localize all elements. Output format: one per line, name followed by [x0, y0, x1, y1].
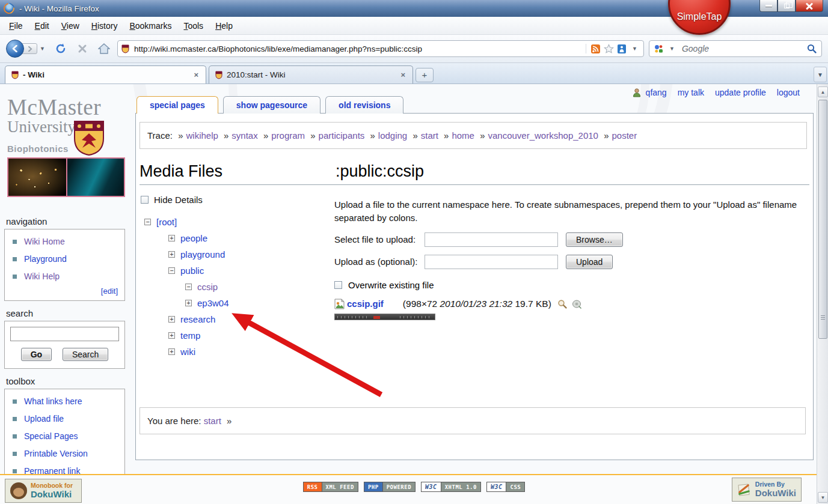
file-upload-input[interactable] [425, 232, 558, 247]
update-profile-link[interactable]: update profile [715, 88, 766, 97]
my-talk-link[interactable]: my talk [678, 88, 704, 97]
minimize-button[interactable] [759, 0, 777, 12]
overwrite-checkbox[interactable] [334, 281, 342, 289]
trace-link-poster[interactable]: poster [612, 130, 637, 141]
rss-feed-badge[interactable]: RSS XML FEED [303, 482, 358, 492]
trace-link-home[interactable]: home [452, 130, 474, 141]
mediafile-roll-icon[interactable] [572, 299, 582, 309]
collapse-icon[interactable]: − [168, 267, 175, 274]
bookmarks-dropdown-caret[interactable]: ▼ [630, 46, 640, 52]
tree-link-people[interactable]: people [180, 233, 207, 243]
toolbox-item-special-pages[interactable]: Special Pages [13, 431, 119, 441]
expand-icon[interactable]: + [168, 251, 175, 258]
address-bar[interactable]: ▼ [117, 40, 644, 57]
trace-link-wikihelp[interactable]: wikihelp [186, 130, 218, 141]
tree-node-research[interactable]: + research [141, 311, 334, 327]
wiki-home-link[interactable]: Wiki Home [24, 237, 65, 246]
restore-button[interactable] [777, 0, 796, 12]
w3c-xhtml-badge[interactable]: W3C XHTML 1.0 [421, 482, 481, 492]
tree-link-research[interactable]: research [180, 314, 215, 324]
driven-by-dokuwiki-badge[interactable]: Driven By DokuWiki [732, 478, 802, 502]
trace-link-lodging[interactable]: lodging [378, 130, 407, 141]
home-button[interactable] [96, 40, 112, 57]
web-search-input[interactable] [681, 43, 803, 54]
toolbox-item-upload-file[interactable]: Upload file [13, 414, 119, 424]
logout-link[interactable]: logout [777, 88, 800, 97]
menu-edit[interactable]: Edit [29, 18, 55, 34]
what-links-here-link[interactable]: What links here [24, 396, 82, 406]
menu-tools[interactable]: Tools [178, 18, 209, 34]
expand-icon[interactable]: + [185, 300, 192, 306]
wiki-help-link[interactable]: Wiki Help [24, 272, 60, 281]
tab-close-icon[interactable]: × [399, 70, 406, 79]
printable-version-link[interactable]: Printable Version [24, 449, 88, 458]
edit-link[interactable]: [edit] [10, 287, 118, 296]
engine-dropdown-caret[interactable]: ▼ [667, 46, 677, 52]
playground-link[interactable]: Playground [24, 254, 67, 264]
back-button[interactable] [6, 40, 24, 58]
w3c-css-badge[interactable]: W3C CSS [486, 482, 525, 492]
scroll-up-button[interactable]: ▲ [818, 87, 828, 97]
tab-old-revisions[interactable]: old revisions [325, 96, 403, 114]
file-name-link[interactable]: ccsip.gif [347, 299, 384, 309]
google-engine-icon[interactable] [654, 44, 663, 53]
close-button[interactable] [796, 0, 823, 12]
menu-file[interactable]: File [4, 18, 28, 34]
trace-link-program[interactable]: program [271, 130, 305, 141]
tree-link-wiki[interactable]: wiki [180, 347, 195, 357]
file-thumbnail[interactable] [334, 314, 435, 320]
search-bar[interactable]: ▼ [649, 40, 822, 57]
tree-node-public[interactable]: − public [141, 263, 334, 279]
hide-details-checkbox[interactable] [141, 196, 149, 204]
search-go-icon[interactable] [807, 44, 817, 53]
toolbox-item-printable-version[interactable]: Printable Version [13, 449, 119, 458]
search-button[interactable]: Search [63, 348, 108, 361]
rss-icon[interactable] [591, 44, 600, 53]
trace-link-syntax[interactable]: syntax [232, 130, 257, 141]
bookmark-star-icon[interactable] [604, 44, 614, 53]
expand-icon[interactable]: + [168, 332, 175, 339]
tree-link-temp[interactable]: temp [180, 330, 200, 341]
overwrite-option[interactable]: Overwrite existing file [334, 280, 805, 290]
vertical-scrollbar[interactable]: ▲ ▼ [817, 84, 828, 504]
menu-help[interactable]: Help [210, 18, 238, 34]
tab-close-icon[interactable]: × [192, 70, 200, 79]
menu-bookmarks[interactable]: Bookmarks [124, 18, 177, 34]
scrollbar-thumb[interactable] [818, 100, 827, 339]
tab-2010-start[interactable]: 2010:start - Wiki × [209, 65, 413, 83]
collapse-icon[interactable]: − [185, 284, 192, 290]
browse-button[interactable]: Browse… [566, 232, 623, 247]
mcmaster-logo[interactable]: McMaster University Biophotonics [0, 96, 131, 209]
tab-media-manager[interactable]: - Wiki × [5, 65, 206, 83]
tree-link-ep3w04[interactable]: ep3w04 [197, 298, 229, 308]
tree-node-wiki[interactable]: + wiki [141, 344, 334, 360]
php-powered-badge[interactable]: PHP POWERED [364, 482, 416, 492]
tab-show-pagesource[interactable]: show pagesource [223, 96, 320, 114]
scroll-down-button[interactable]: ▼ [818, 492, 828, 503]
tree-node-ccsip[interactable]: − ccsip [141, 279, 334, 295]
start-link[interactable]: start [204, 416, 221, 426]
trace-link-participants[interactable]: participants [319, 130, 365, 141]
trace-link-start[interactable]: start [421, 130, 438, 141]
url-input[interactable] [133, 44, 582, 54]
menu-history[interactable]: History [86, 18, 123, 34]
new-tab-button[interactable]: + [416, 68, 434, 82]
tree-link-public[interactable]: public [180, 266, 204, 276]
tab-special-pages[interactable]: special pages [136, 96, 218, 114]
history-dropdown-caret[interactable]: ▼ [37, 46, 48, 52]
sidebar-item-wiki-home[interactable]: Wiki Home [13, 237, 119, 246]
upload-as-input[interactable] [425, 255, 558, 269]
toolbox-item-what-links-here[interactable]: What links here [13, 396, 119, 406]
upload-file-link[interactable]: Upload file [24, 414, 64, 424]
hide-details-option[interactable]: Hide Details [141, 195, 334, 205]
upload-button[interactable]: Upload [566, 255, 613, 269]
expand-icon[interactable]: + [168, 316, 175, 323]
special-pages-link[interactable]: Special Pages [24, 431, 78, 441]
tree-node-root[interactable]: − [root] [141, 214, 334, 230]
sidebar-item-wiki-help[interactable]: Wiki Help [13, 272, 119, 281]
expand-icon[interactable]: + [168, 235, 175, 241]
tree-node-playground[interactable]: + playground [141, 246, 334, 263]
sidebar-item-playground[interactable]: Playground [13, 254, 119, 264]
magnifier-icon[interactable] [557, 299, 567, 309]
username-link[interactable]: qfang [646, 88, 667, 97]
